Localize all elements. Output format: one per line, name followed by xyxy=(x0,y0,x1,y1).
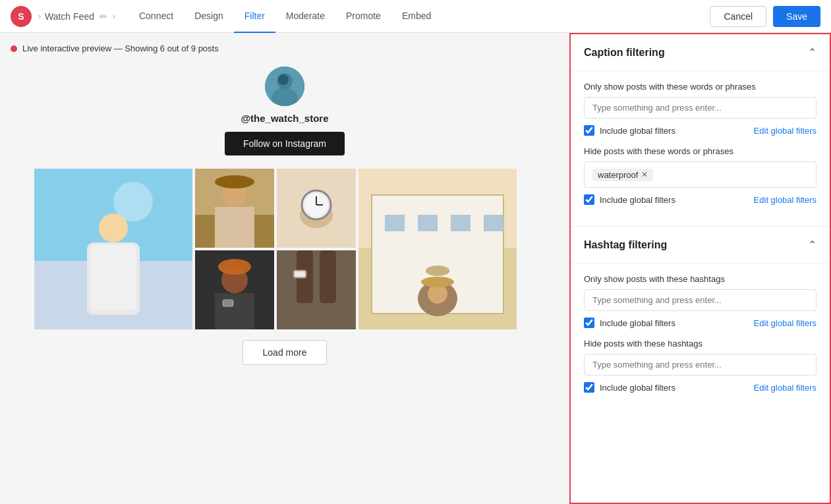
svg-rect-26 xyxy=(418,215,438,231)
svg-rect-14 xyxy=(215,207,254,248)
tab-embed[interactable]: Embed xyxy=(391,0,442,33)
svg-point-32 xyxy=(421,277,454,287)
caption-show-checkbox-row: Include global filters Edit global filte… xyxy=(584,125,817,136)
svg-rect-25 xyxy=(385,215,405,231)
svg-point-35 xyxy=(218,259,251,275)
svg-rect-28 xyxy=(484,215,503,231)
caption-collapse-icon[interactable]: ⌃ xyxy=(808,46,817,59)
top-nav: S › Watch Feed ✏ › Connect Design Filter… xyxy=(0,0,831,33)
svg-rect-40 xyxy=(320,250,336,303)
caption-hide-tag: waterproof ✕ xyxy=(592,169,653,181)
tab-moderate[interactable]: Moderate xyxy=(275,0,335,33)
svg-point-3 xyxy=(278,74,289,85)
svg-rect-42 xyxy=(295,271,305,277)
grid-cell-1 xyxy=(34,169,192,329)
load-more-button[interactable]: Load more xyxy=(243,340,328,365)
caption-show-input[interactable] xyxy=(584,97,817,119)
caption-hide-checkbox-row: Include global filters Edit global filte… xyxy=(584,194,817,205)
breadcrumb: › Watch Feed ✏ › xyxy=(38,11,115,22)
hashtag-show-label: Only show posts with these hashtags xyxy=(584,274,817,284)
feed-name: Watch Feed xyxy=(45,11,94,22)
caption-filtering-section: Caption filtering ⌃ Only show posts with… xyxy=(571,34,830,227)
edit-icon[interactable]: ✏ xyxy=(100,11,107,22)
chevron-icon: › xyxy=(38,12,41,21)
grid-cell-6 xyxy=(277,250,356,329)
profile-avatar xyxy=(265,67,304,106)
image-grid xyxy=(34,169,535,329)
hashtag-filtering-title: Hashtag filtering xyxy=(584,239,667,251)
caption-hide-edit-link[interactable]: Edit global filters xyxy=(754,195,817,205)
svg-point-13 xyxy=(215,175,254,188)
tab-design[interactable]: Design xyxy=(184,0,234,33)
nav-tabs: Connect Design Filter Moderate Promote E… xyxy=(129,0,442,33)
hashtag-show-checkbox-left: Include global filters xyxy=(584,318,675,328)
grid-cell-2 xyxy=(195,169,274,248)
logo: S xyxy=(11,6,32,27)
hashtag-show-checkbox-label: Include global filters xyxy=(600,318,675,328)
live-dot xyxy=(11,45,17,52)
caption-show-edit-link[interactable]: Edit global filters xyxy=(754,126,817,136)
svg-rect-36 xyxy=(215,293,254,329)
grid-cell-5 xyxy=(195,250,274,329)
caption-show-checkbox-left: Include global filters xyxy=(584,125,675,136)
caption-show-checkbox[interactable] xyxy=(584,125,594,136)
save-button[interactable]: Save xyxy=(773,6,820,27)
hashtag-show-edit-link[interactable]: Edit global filters xyxy=(754,318,817,328)
follow-instagram-button[interactable]: Follow on Instagram xyxy=(225,132,345,155)
hashtag-filtering-header: Hashtag filtering ⌃ xyxy=(571,227,830,264)
remove-tag-icon[interactable]: ✕ xyxy=(641,170,648,179)
caption-hide-checkbox-label: Include global filters xyxy=(600,195,675,205)
svg-rect-37 xyxy=(223,300,233,306)
profile-handle: @the_watch_store xyxy=(241,113,328,124)
tab-filter[interactable]: Filter xyxy=(234,0,275,33)
main-layout: Live interactive preview — Showing 6 out… xyxy=(0,33,831,504)
svg-point-7 xyxy=(99,213,128,242)
live-text: Live interactive preview — Showing 6 out… xyxy=(22,43,219,53)
caption-hide-checkbox[interactable] xyxy=(584,194,594,205)
hashtag-hide-checkbox-row: Include global filters Edit global filte… xyxy=(584,382,817,393)
caption-hide-checkbox-left: Include global filters xyxy=(584,194,675,205)
hashtag-hide-input[interactable] xyxy=(584,354,817,376)
nav-actions: Cancel Save xyxy=(710,6,820,27)
caption-show-label: Only show posts with these words or phra… xyxy=(584,82,817,92)
hashtag-hide-edit-link[interactable]: Edit global filters xyxy=(754,383,817,393)
hashtag-hide-checkbox-label: Include global filters xyxy=(600,383,675,393)
right-panel: Caption filtering ⌃ Only show posts with… xyxy=(569,33,831,504)
preview-panel: Live interactive preview — Showing 6 out… xyxy=(0,33,569,504)
grid-cell-3 xyxy=(277,169,356,248)
caption-show-body: Only show posts with these words or phra… xyxy=(571,71,830,226)
hashtag-collapse-icon[interactable]: ⌃ xyxy=(808,238,817,251)
caption-hide-label: Hide posts with these words or phrases xyxy=(584,146,817,156)
svg-rect-27 xyxy=(451,215,471,231)
caption-filtering-title: Caption filtering xyxy=(584,47,665,59)
hashtag-show-input[interactable] xyxy=(584,289,817,311)
chevron-icon-2: › xyxy=(113,12,115,21)
svg-point-30 xyxy=(426,266,449,276)
feed-preview: @the_watch_store Follow on Instagram xyxy=(34,67,535,365)
hashtag-show-checkbox[interactable] xyxy=(584,318,594,328)
live-indicator: Live interactive preview — Showing 6 out… xyxy=(11,43,559,53)
caption-hide-input[interactable]: waterproof ✕ xyxy=(584,161,817,188)
hashtag-hide-label: Hide posts with these hashtags xyxy=(584,339,817,349)
grid-cell-4 xyxy=(358,169,517,329)
caption-show-checkbox-label: Include global filters xyxy=(600,126,675,136)
hashtag-show-body: Only show posts with these hashtags Incl… xyxy=(571,264,830,414)
hashtag-hide-checkbox-left: Include global filters xyxy=(584,382,675,393)
cancel-button[interactable]: Cancel xyxy=(710,6,766,27)
hashtag-show-checkbox-row: Include global filters Edit global filte… xyxy=(584,318,817,328)
tab-connect[interactable]: Connect xyxy=(129,0,184,33)
hashtag-filtering-section: Hashtag filtering ⌃ Only show posts with… xyxy=(571,227,830,414)
svg-rect-9 xyxy=(90,244,136,310)
tab-promote[interactable]: Promote xyxy=(335,0,391,33)
caption-filtering-header: Caption filtering ⌃ xyxy=(571,34,830,71)
svg-rect-38 xyxy=(277,250,356,329)
hashtag-hide-checkbox[interactable] xyxy=(584,382,594,393)
